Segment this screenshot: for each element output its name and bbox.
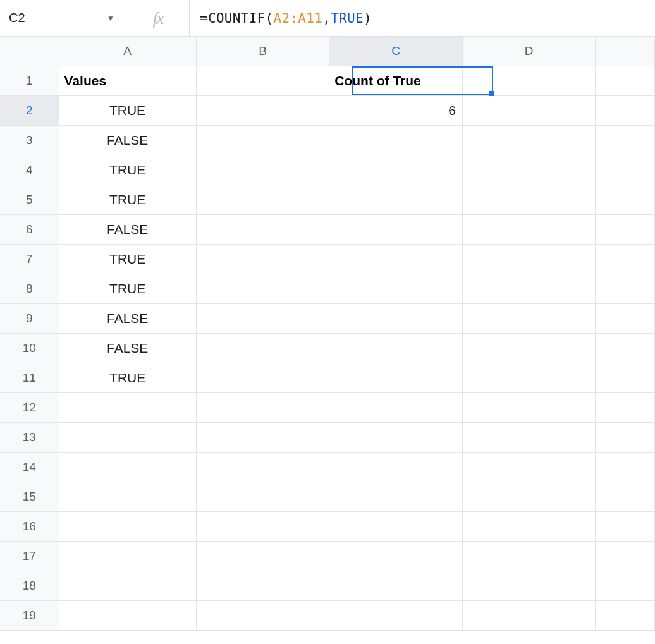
- name-box[interactable]: C2 ▼: [0, 0, 126, 36]
- cell-E16[interactable]: [596, 512, 655, 542]
- cell-A9[interactable]: FALSE: [59, 304, 197, 334]
- cell-C6[interactable]: [329, 215, 463, 245]
- cell-D10[interactable]: [463, 334, 596, 363]
- cell-B7[interactable]: [197, 245, 330, 274]
- row-header[interactable]: 10: [0, 334, 59, 363]
- cell-E2[interactable]: [596, 96, 655, 126]
- cell-B18[interactable]: [197, 571, 330, 601]
- cell-A5[interactable]: TRUE: [59, 185, 197, 215]
- cell-D3[interactable]: [463, 126, 596, 155]
- cell-D6[interactable]: [463, 215, 596, 245]
- cell-B9[interactable]: [197, 304, 330, 334]
- cell-C15[interactable]: [329, 482, 463, 512]
- cell-B1[interactable]: [197, 66, 329, 96]
- cell-C16[interactable]: [329, 512, 463, 542]
- cell-A12[interactable]: [59, 393, 197, 423]
- cell-C5[interactable]: [329, 185, 463, 215]
- row-header[interactable]: 4: [0, 155, 59, 185]
- cell-C10[interactable]: [329, 334, 463, 363]
- cell-C18[interactable]: [329, 571, 463, 601]
- cell-B13[interactable]: [197, 423, 330, 453]
- cell-B5[interactable]: [197, 185, 330, 215]
- col-header-C[interactable]: C: [329, 37, 463, 66]
- cell-A7[interactable]: TRUE: [59, 245, 197, 274]
- cell-B12[interactable]: [197, 393, 330, 423]
- cell-E3[interactable]: [596, 126, 655, 155]
- cell-E14[interactable]: [596, 453, 655, 482]
- cell-A16[interactable]: [59, 512, 197, 542]
- cell-A11[interactable]: TRUE: [59, 363, 197, 393]
- row-header[interactable]: 18: [0, 571, 59, 601]
- cell-E6[interactable]: [596, 215, 655, 245]
- cell-E7[interactable]: [596, 245, 655, 274]
- cell-B16[interactable]: [197, 512, 330, 542]
- cell-E10[interactable]: [596, 334, 655, 363]
- cell-D2[interactable]: [463, 96, 596, 126]
- cell-B19[interactable]: [197, 601, 330, 631]
- cell-B15[interactable]: [197, 482, 330, 512]
- cell-A6[interactable]: FALSE: [59, 215, 197, 245]
- cell-A1[interactable]: Values: [59, 66, 197, 96]
- col-header-D[interactable]: D: [463, 37, 596, 66]
- cell-C19[interactable]: [329, 601, 463, 631]
- cell-A18[interactable]: [59, 571, 197, 601]
- cell-E19[interactable]: [596, 601, 655, 631]
- cell-E1[interactable]: [596, 66, 655, 96]
- cell-D16[interactable]: [463, 512, 596, 542]
- cell-E4[interactable]: [596, 155, 655, 185]
- row-header[interactable]: 13: [0, 423, 59, 453]
- row-header[interactable]: 3: [0, 126, 59, 155]
- col-header-B[interactable]: B: [197, 37, 330, 66]
- cell-D13[interactable]: [463, 423, 596, 453]
- cell-C1[interactable]: Count of True: [329, 66, 463, 96]
- cell-B6[interactable]: [197, 215, 330, 245]
- cell-D12[interactable]: [463, 393, 596, 423]
- cell-C9[interactable]: [329, 304, 463, 334]
- cell-E8[interactable]: [596, 274, 655, 304]
- cell-A14[interactable]: [59, 453, 197, 482]
- cell-C2[interactable]: 6: [329, 96, 463, 126]
- cell-C14[interactable]: [329, 453, 463, 482]
- row-header[interactable]: 17: [0, 542, 59, 571]
- cell-D15[interactable]: [463, 482, 596, 512]
- row-header[interactable]: 8: [0, 274, 59, 304]
- cell-C3[interactable]: [329, 126, 463, 155]
- row-header[interactable]: 9: [0, 304, 59, 334]
- cell-C17[interactable]: [329, 542, 463, 571]
- cell-D1[interactable]: [463, 66, 596, 96]
- cell-A10[interactable]: FALSE: [59, 334, 197, 363]
- cell-D11[interactable]: [463, 363, 596, 393]
- cell-B3[interactable]: [197, 126, 330, 155]
- cell-A4[interactable]: TRUE: [59, 155, 197, 185]
- cell-B11[interactable]: [197, 363, 330, 393]
- cell-D8[interactable]: [463, 274, 596, 304]
- select-all-corner[interactable]: [0, 37, 59, 66]
- col-header-A[interactable]: A: [59, 37, 197, 66]
- row-header[interactable]: 14: [0, 453, 59, 482]
- row-header[interactable]: 15: [0, 482, 59, 512]
- cell-D7[interactable]: [463, 245, 596, 274]
- row-header[interactable]: 7: [0, 245, 59, 274]
- chevron-down-icon[interactable]: ▼: [107, 14, 114, 23]
- cell-A3[interactable]: FALSE: [59, 126, 197, 155]
- cell-D17[interactable]: [463, 542, 596, 571]
- row-header[interactable]: 2: [0, 96, 59, 126]
- cell-C12[interactable]: [329, 393, 463, 423]
- cell-A8[interactable]: TRUE: [59, 274, 197, 304]
- cell-B2[interactable]: [197, 96, 329, 126]
- row-header[interactable]: 1: [0, 66, 59, 96]
- row-header[interactable]: 16: [0, 512, 59, 542]
- cell-D19[interactable]: [463, 601, 596, 631]
- formula-input[interactable]: =COUNTIF(A2:A11, TRUE): [190, 0, 655, 36]
- cell-C11[interactable]: [329, 363, 463, 393]
- row-header[interactable]: 11: [0, 363, 59, 393]
- cell-B4[interactable]: [197, 155, 330, 185]
- row-header[interactable]: 5: [0, 185, 59, 215]
- cell-B10[interactable]: [197, 334, 330, 363]
- cell-E11[interactable]: [596, 363, 655, 393]
- cell-B14[interactable]: [197, 453, 330, 482]
- cell-D4[interactable]: [463, 155, 596, 185]
- cell-C13[interactable]: [329, 423, 463, 453]
- cell-B17[interactable]: [197, 542, 330, 571]
- cell-A17[interactable]: [59, 542, 197, 571]
